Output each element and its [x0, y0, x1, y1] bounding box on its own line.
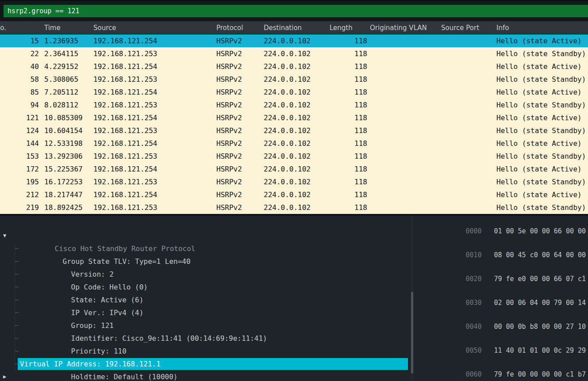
cell-info: Hello (state Active) [496, 137, 588, 150]
detail-row[interactable]: Cisco Hot Standby Router Protocol [0, 217, 414, 229]
cell-no: 219 [0, 201, 40, 214]
cell-no: 195 [0, 175, 40, 188]
detail-row[interactable]: Group: 121 [0, 293, 414, 306]
cell-source-port [441, 34, 496, 47]
detail-row[interactable]: Virtual IP Address: 192.168.121.1 [0, 358, 414, 370]
cell-originating-vlan [370, 34, 441, 47]
tree-expander-icon[interactable]: ▼ [3, 229, 6, 242]
packet-row[interactable]: 15 1.236935 192.168.121.254 HSRPv2 224.0… [0, 34, 588, 47]
hex-row[interactable]: 005011 40 01 01 00 0c 29 2904 1c 01 0 [418, 339, 588, 362]
details-scrollbar-thumb[interactable] [411, 292, 413, 373]
hex-bytes-left: 02 00 06 04 00 79 00 14 [494, 299, 586, 307]
cell-no: 94 [0, 99, 40, 111]
column-header-time[interactable]: Time [40, 21, 93, 34]
cell-info: Hello (state Active) [496, 60, 588, 73]
cell-info: Hello (state Active) [496, 34, 588, 47]
packet-row[interactable]: 195 16.172253 192.168.121.253 HSRPv2 224… [0, 175, 588, 188]
packet-row[interactable]: 172 15.225367 192.168.121.254 HSRPv2 224… [0, 163, 588, 175]
cell-length: 118 [330, 188, 370, 201]
packet-row[interactable]: 40 4.229152 192.168.121.254 HSRPv2 224.0… [0, 60, 588, 73]
detail-row[interactable]: ▶ MD5 Authentication TLV: Type=4 Len=28 [0, 370, 414, 381]
display-filter-text: hsrp2.group == 121 [8, 7, 80, 15]
cell-length: 118 [330, 34, 370, 47]
hex-row[interactable]: 001008 00 45 c0 00 64 00 0000 00 01 [418, 243, 588, 267]
bottom-panes: Cisco Hot Standby Router Protocol ▼ Grou… [0, 214, 588, 381]
column-header-no[interactable]: No. [0, 21, 40, 34]
detail-row[interactable]: ▼ Group State TLV: Type=1 Len=40 [0, 229, 414, 242]
cell-destination: 224.0.0.102 [264, 34, 330, 47]
tree-expander-icon[interactable]: ▶ [3, 370, 6, 381]
cell-no: 40 [0, 60, 40, 73]
cell-destination: 224.0.0.102 [264, 175, 330, 188]
hex-row[interactable]: 006079 fe 00 00 00 00 c1 b743 a7 fa 1 [418, 362, 588, 381]
packet-row[interactable]: 121 10.085309 192.168.121.254 HSRPv2 224… [0, 111, 588, 124]
cell-destination: 224.0.0.102 [264, 60, 330, 73]
cell-originating-vlan [370, 86, 441, 99]
packet-row[interactable]: 153 13.292306 192.168.121.253 HSRPv2 224… [0, 150, 588, 163]
column-header-length[interactable]: Length [330, 21, 370, 34]
hex-row[interactable]: 003002 00 06 04 00 79 00 1469 9e 11 4 [418, 291, 588, 315]
cell-length: 118 [330, 99, 370, 111]
packet-row[interactable]: 144 12.533198 192.168.121.254 HSRPv2 224… [0, 137, 588, 150]
detail-row[interactable]: IP Ver.: IPv4 (4) [0, 281, 414, 293]
cell-length: 118 [330, 150, 370, 163]
cell-info: Hello (state Standby) [496, 201, 588, 214]
cell-length: 118 [330, 86, 370, 99]
cell-source: 192.168.121.254 [93, 188, 216, 201]
packet-row[interactable]: 22 2.364115 192.168.121.253 HSRPv2 224.0… [0, 47, 588, 60]
packet-row[interactable]: 212 18.217447 192.168.121.254 HSRPv2 224… [0, 188, 588, 201]
column-header-protocol[interactable]: Protocol [216, 21, 264, 34]
detail-row[interactable]: Op Code: Hello (0) [0, 255, 414, 268]
detail-row[interactable]: State: Active (6) [0, 268, 414, 281]
cell-originating-vlan [370, 124, 441, 137]
cell-info: Hello (state Standby) [496, 150, 588, 163]
hex-bytes-left: 08 00 45 c0 00 64 00 00 [494, 251, 586, 259]
detail-row[interactable]: Holdtime: Default (10000) [0, 345, 414, 358]
detail-row-label: Virtual IP Address: 192.168.121.1 [18, 358, 408, 370]
cell-no: 58 [0, 73, 40, 86]
details-scrollbar[interactable] [411, 216, 414, 381]
cell-source-port [441, 124, 496, 137]
column-header-info[interactable]: Info [496, 21, 588, 34]
cell-protocol: HSRPv2 [216, 188, 264, 201]
detail-row[interactable]: Priority: 110 [0, 319, 414, 332]
cell-originating-vlan [370, 175, 441, 188]
packet-row[interactable]: 58 5.308065 192.168.121.253 HSRPv2 224.0… [0, 73, 588, 86]
cell-source-port [441, 150, 496, 163]
packet-row[interactable]: 124 10.604154 192.168.121.253 HSRPv2 224… [0, 124, 588, 137]
hex-offset: 0050 [465, 347, 494, 354]
display-filter-input[interactable]: hsrp2.group == 121 [4, 5, 588, 17]
cell-source-port [441, 175, 496, 188]
hex-bytes-left: 79 fe 00 00 00 00 c1 b7 [494, 370, 586, 378]
column-header-originating-vlan[interactable]: Originating VLAN [370, 21, 441, 34]
cell-no: 144 [0, 137, 40, 150]
column-header-source-port[interactable]: Source Port [441, 21, 496, 34]
cell-originating-vlan [370, 163, 441, 175]
hex-bytes-left: 01 00 5e 00 00 66 00 00 [494, 227, 586, 235]
column-header-source[interactable]: Source [93, 21, 216, 34]
cell-info: Hello (state Active) [496, 188, 588, 201]
cell-originating-vlan [370, 99, 441, 111]
hex-row[interactable]: 002079 fe e0 00 00 66 07 c107 c1 00 9 [418, 267, 588, 291]
cell-info: Hello (state Active) [496, 86, 588, 99]
detail-row[interactable]: Version: 2 [0, 242, 414, 255]
cell-no: 22 [0, 47, 40, 60]
cell-protocol: HSRPv2 [216, 163, 264, 175]
cell-length: 118 [330, 137, 370, 150]
cell-protocol: HSRPv2 [216, 60, 264, 73]
hex-row[interactable]: 004000 00 0b b8 00 00 27 10c0 a8 79 0 [418, 315, 588, 339]
detail-row[interactable]: Hellotime: Default (3000) [0, 332, 414, 345]
hex-row[interactable]: 000001 00 5e 00 00 66 00 000c 9f f0 [418, 219, 588, 243]
cell-time: 18.217447 [40, 188, 93, 201]
packet-row[interactable]: 219 18.892425 192.168.121.253 HSRPv2 224… [0, 201, 588, 214]
cell-source-port [441, 111, 496, 124]
cell-protocol: HSRPv2 [216, 137, 264, 150]
cell-source-port [441, 73, 496, 86]
detail-row[interactable]: Identifier: Cisco_9e:11:41 (00:14:69:9e:… [0, 306, 414, 319]
cell-originating-vlan [370, 201, 441, 214]
packet-row[interactable]: 94 8.028112 192.168.121.253 HSRPv2 224.0… [0, 99, 588, 111]
packet-list-body: 15 1.236935 192.168.121.254 HSRPv2 224.0… [0, 34, 588, 214]
cell-source-port [441, 137, 496, 150]
packet-row[interactable]: 85 7.205112 192.168.121.254 HSRPv2 224.0… [0, 86, 588, 99]
column-header-destination[interactable]: Destination [264, 21, 330, 34]
